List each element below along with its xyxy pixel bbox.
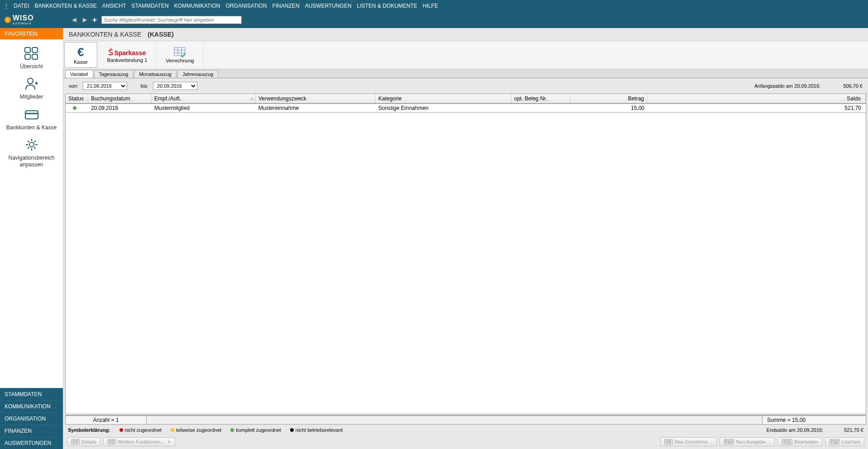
toolbar-sparkasse-button[interactable]: ṠSparkasse Bankverbindung 1 [98,41,157,69]
toolbar-kasse-button[interactable]: € Kasse [64,42,97,68]
svg-rect-5 [25,111,38,119]
tab-tagesauszug[interactable]: Tagesauszug [94,70,134,78]
sidebar-section-kommunikation[interactable]: KOMMUNIKATION [0,400,63,412]
top-menubar: ⋮ DATEI BANKKONTEN & KASSE ANSICHT STAMM… [0,0,868,12]
menu-kommunikation[interactable]: KOMMUNIKATION [172,3,223,9]
neu-ausgabe-button[interactable]: F10Neu Ausgabe… [720,437,775,446]
summary-count: Anzahl = 1 [65,416,147,425]
anfangssaldo-label: Anfangssaldo am 20.09.2016: [754,83,820,89]
sidebar-label: Navigationsbereich anpassen [2,155,61,168]
tab-monatsauszug[interactable]: Monatsauszug [134,70,176,78]
neu-einnahme-button[interactable]: F9Neu Einnahme… [660,437,716,446]
menu-finanzen[interactable]: FINANZEN [270,3,302,9]
legend-bar: Symbolerklärung: nicht zugeordnet teilwe… [63,425,868,435]
endsaldo-value: 521,70 € [844,427,863,433]
col-buchungsdatum[interactable]: Buchungsdatum [88,94,152,103]
toolbar-label: Kasse [74,59,88,65]
toolbar-label: Bankverbindung 1 [107,57,148,63]
account-toolbar: € Kasse ṠSparkasse Bankverbindung 1 Verr… [63,41,868,69]
nav-forward-icon[interactable]: ► [81,16,89,24]
menu-ansicht[interactable]: ANSICHT [100,3,129,9]
bis-label: bis: [141,83,148,89]
cell-empf: Mustermitglied [152,104,256,112]
col-beleg[interactable]: opt. Beleg Nr. [511,94,570,103]
col-zweck[interactable]: Verwendungszweck [256,94,376,103]
col-empf[interactable]: Empf./Auft.△ [152,94,256,103]
toolbar-secondary: 2 WISO software ◄ ► + [0,12,868,28]
von-date-select[interactable]: 21.08.2016 [83,82,127,90]
sidebar-label: Bankkonten & Kasse [6,124,57,131]
transactions-grid: Status Buchungsdatum Empf./Auft.△ Verwen… [65,94,866,414]
legend-black-label: nicht betriebsrelevant [296,427,343,433]
app-logo: 2 WISO software [0,15,63,25]
svg-line-12 [28,141,29,142]
menu-hilfe[interactable]: HILFE [420,3,441,9]
cell-beleg [511,104,570,112]
cell-kat: Sonstige Einnahmen [376,104,511,112]
tab-variabel[interactable]: Variabel [65,70,93,78]
von-label: von: [69,83,78,89]
details-button[interactable]: F2Details [67,437,100,446]
col-betrag[interactable]: Betrag [570,94,647,103]
chevron-down-icon: ▼ [167,440,171,444]
main-header: BANKKONTEN & KASSE (KASSE) [63,28,868,41]
date-filter-bar: von: 21.08.2016 bis: 20.09.2016 Anfangss… [63,78,868,94]
svg-point-4 [28,78,33,84]
anfangssaldo-value: 506,70 € [843,83,863,89]
legend-black-icon [290,428,294,432]
sidebar-section-finanzen[interactable]: FINANZEN [0,425,63,437]
search-input[interactable] [101,16,242,24]
sidebar-item-uebersicht[interactable]: Übersicht [0,43,63,73]
toolbar-verrechnung-button[interactable]: Verrechnung [157,41,203,69]
sidebar-label: Übersicht [20,63,43,70]
bis-date-select[interactable]: 20.09.2016 [153,82,197,90]
sidebar-item-bankkonten[interactable]: Bankkonten & Kasse [0,104,63,134]
sort-asc-icon: △ [251,96,253,100]
legend-red-icon [119,428,123,432]
svg-rect-2 [25,54,30,59]
sidebar-item-mitglieder[interactable]: Mitglieder [0,73,63,104]
breadcrumb-section: BANKKONTEN & KASSE [69,31,141,38]
grid-icon [24,47,39,61]
col-status[interactable]: Status [66,94,88,103]
svg-point-7 [29,142,34,147]
sidebar-section-organisation[interactable]: ORGANISATION [0,412,63,425]
legend-title: Symbolerklärung: [68,427,110,433]
menu-bankkonten[interactable]: BANKKONTEN & KASSE [32,3,99,9]
euro-icon: € [77,45,84,59]
sidebar-header-favoriten[interactable]: FAVORITEN [0,28,63,39]
menu-stammdaten[interactable]: STAMMDATEN [129,3,172,9]
bearbeiten-button[interactable]: F11Bearbeiten [777,437,822,446]
bottom-button-bar: F2Details F3Weitere Funktionen…▼ F9Neu E… [63,435,868,449]
menu-listen[interactable]: LISTEN & DOKUMENTE [354,3,420,9]
sidebar-label: Mitglieder [19,94,43,100]
col-kategorie[interactable]: Kategorie [376,94,511,103]
svg-rect-3 [32,54,38,59]
table-row[interactable]: 20.09.2016 Mustermitglied Mustereinnahme… [66,104,866,113]
nav-back-icon[interactable]: ◄ [71,16,78,24]
legend-green-icon [230,428,234,432]
menu-datei[interactable]: DATEI [11,3,32,9]
summary-sum: Summe = 15,00 [762,416,866,425]
cell-saldo: 521,70 [647,104,866,112]
tab-jahresauszug[interactable]: Jahresauszug [177,70,219,78]
main-content: BANKKONTEN & KASSE (KASSE) € Kasse ṠSpar… [63,28,868,449]
gear-icon [24,138,39,153]
loeschen-button[interactable]: F12Löschen [825,437,864,446]
svg-rect-16 [174,47,185,56]
menu-auswertungen[interactable]: AUSWERTUNGEN [302,3,354,9]
menu-organisation[interactable]: ORGANISATION [223,3,270,9]
weitere-funktionen-button[interactable]: F3Weitere Funktionen…▼ [103,437,175,446]
nav-add-icon[interactable]: + [92,15,97,25]
svg-line-13 [34,147,36,149]
sidebar-section-stammdaten[interactable]: STAMMDATEN [0,388,63,400]
sidebar: FAVORITEN Übersicht Mitglieder Bankkonte… [0,28,63,449]
view-tabs: Variabel Tagesauszug Monatsauszug Jahres… [63,69,868,78]
menu-grip-icon: ⋮ [4,3,9,9]
svg-line-14 [34,141,36,142]
toolbar-label: Verrechnung [166,58,194,63]
svg-rect-0 [25,47,30,52]
sidebar-item-nav-anpassen[interactable]: Navigationsbereich anpassen [0,134,63,171]
col-saldo[interactable]: Saldo [647,94,866,103]
sidebar-section-auswertungen[interactable]: AUSWERTUNGEN [0,437,63,449]
